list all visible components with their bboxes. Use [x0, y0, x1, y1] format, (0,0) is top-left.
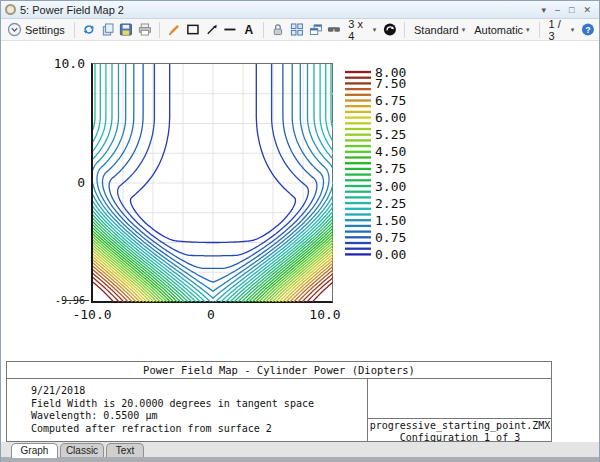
rectangle-icon[interactable]: [186, 22, 200, 37]
y-tick-middle: 0: [37, 175, 85, 190]
window-title: 5: Power Field Map 2: [20, 4, 124, 16]
pencil-icon[interactable]: [167, 22, 181, 37]
print-icon[interactable]: [138, 22, 152, 37]
legend-value: 6.75: [375, 93, 406, 108]
arrow-icon[interactable]: [205, 22, 219, 37]
legend-value: 0.00: [375, 247, 406, 262]
legend-value: 2.25: [375, 196, 406, 211]
tab-classic[interactable]: Classic: [60, 443, 104, 458]
analysis-date: 9/21/2018: [31, 385, 367, 398]
window-menu-icon[interactable]: ▾: [541, 4, 546, 16]
minimize-icon[interactable]: –: [555, 4, 560, 16]
analysis-text-panel: Power Field Map - Cylinder Power (Diopte…: [6, 361, 552, 442]
tab-graph[interactable]: Graph: [11, 443, 58, 458]
legend-value: 7.50: [375, 76, 406, 91]
file-info-cell: progressive_starting_point.ZMX Configura…: [367, 379, 552, 441]
settings-button[interactable]: Settings: [5, 21, 67, 38]
view-tab-strip: Graph Classic Text: [1, 442, 599, 457]
surface-line: Computed after refraction from surface 2: [31, 423, 367, 436]
contour-map: [93, 64, 333, 302]
stereo-glasses-icon[interactable]: [327, 22, 341, 37]
x-tick-right: 10.0: [300, 307, 350, 322]
split-window-icon[interactable]: [290, 22, 304, 37]
refresh-icon[interactable]: [82, 22, 96, 37]
close-icon[interactable]: ✕: [583, 4, 591, 16]
save-icon[interactable]: [119, 22, 133, 37]
line-icon[interactable]: [223, 22, 237, 37]
power-field-map-window: 5: Power Field Map 2 ▾ – □ ✕ Settings: [0, 0, 600, 462]
separator: [263, 22, 264, 38]
lens-file-name: progressive_starting_point.ZMX: [368, 420, 552, 432]
text-icon[interactable]: A: [242, 22, 256, 37]
grid-size-dropdown[interactable]: 3 x 4 ▾: [346, 17, 378, 43]
chevron-down-icon: ▾: [373, 26, 377, 34]
tab-text[interactable]: Text: [106, 443, 144, 458]
x-tick-left: -10.0: [67, 307, 117, 322]
page-selector-dropdown[interactable]: 1 / 3 ▾: [547, 17, 577, 43]
cascade-windows-icon[interactable]: [309, 22, 323, 37]
title-bar: 5: Power Field Map 2 ▾ – □ ✕: [1, 1, 599, 19]
legend-value: 3.00: [375, 179, 406, 194]
contour-plot: [91, 63, 333, 303]
svg-text:?: ?: [586, 25, 591, 35]
x-tick-middle: 0: [186, 307, 236, 322]
chevron-down-icon: ▾: [526, 26, 530, 34]
svg-text:A: A: [245, 23, 254, 37]
lock-icon[interactable]: [271, 22, 285, 37]
separator: [159, 22, 160, 38]
automatic-dropdown[interactable]: Automatic ▾: [472, 23, 531, 37]
window-icon: [5, 4, 16, 15]
separator: [539, 22, 540, 38]
color-scale-legend: [345, 70, 372, 262]
separator: [74, 22, 75, 38]
chevron-down-icon: ▾: [571, 26, 575, 34]
maximize-icon[interactable]: □: [569, 4, 574, 16]
help-icon[interactable]: ?: [581, 22, 595, 37]
update-all-icon[interactable]: [383, 22, 397, 37]
settings-chevron-icon: [7, 22, 22, 37]
standard-dropdown[interactable]: Standard ▾: [412, 23, 467, 37]
legend-value: 1.50: [375, 213, 406, 228]
separator: [404, 22, 405, 38]
analysis-title: Power Field Map - Cylinder Power (Diopte…: [7, 362, 551, 379]
legend-value: 4.50: [375, 144, 406, 159]
window-bottom-bar: [1, 457, 599, 462]
y-axis-tick: [62, 300, 89, 301]
field-width-line: Field Width is 20.0000 degrees in tangen…: [31, 398, 367, 411]
wavelength-line: Wavelength: 0.5500 µm: [31, 410, 367, 423]
chevron-down-icon: ▾: [462, 26, 466, 34]
legend-value: 0.75: [375, 230, 406, 245]
legend-value: 3.75: [375, 161, 406, 176]
y-tick-top: 10.0: [37, 56, 85, 71]
legend-value: 6.00: [375, 110, 406, 125]
analysis-info: 9/21/2018 Field Width is 20.0000 degrees…: [7, 379, 367, 441]
copy-icon[interactable]: [101, 22, 115, 37]
legend-value: 5.25: [375, 127, 406, 142]
toolbar: Settings: [1, 19, 599, 41]
